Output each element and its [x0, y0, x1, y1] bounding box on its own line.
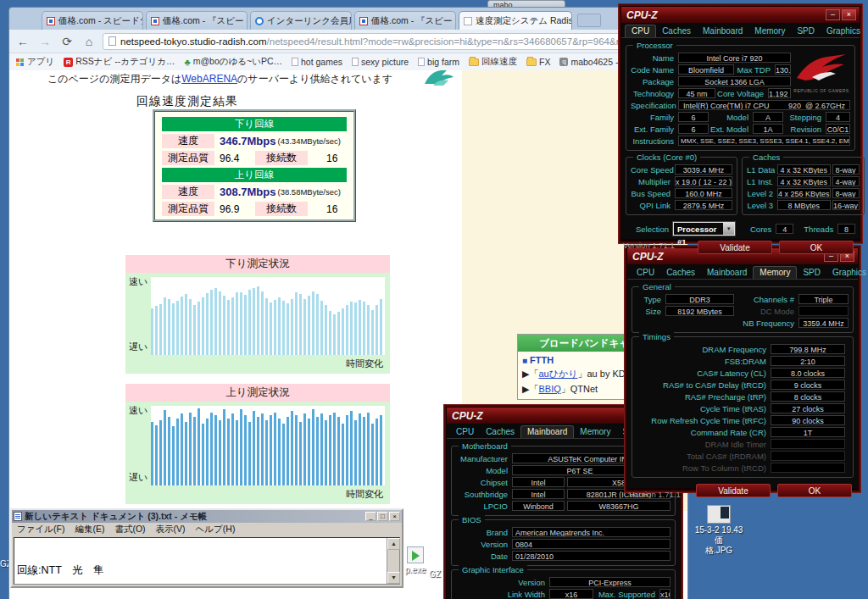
tab-graphics[interactable]: Graphics: [821, 25, 866, 37]
chart-bar: [223, 296, 225, 355]
cpuz-titlebar[interactable]: CPU-Z – ×: [621, 7, 860, 23]
forward-button[interactable]: →: [36, 35, 53, 48]
chart-bar: [176, 301, 179, 355]
bios-date-value: 01/28/2010: [512, 551, 670, 561]
bios-brand-value: American Megatrends Inc.: [512, 527, 670, 537]
url-host: netspeed-tokyo.studio-radish.com: [120, 36, 267, 47]
chart-bar: [342, 424, 344, 485]
chart-bar: [308, 296, 310, 355]
chart-bar: [206, 293, 209, 355]
scroll-down-icon[interactable]: ▼: [387, 572, 400, 584]
notepad-textarea[interactable]: 回線:NTT 光 隼 プロバイダ:ＺＯＯＴ ＮＥＸＴ 開通日:2015年(H27…: [14, 537, 400, 585]
tab-memory[interactable]: Memory: [748, 25, 791, 37]
notepad-titlebar[interactable]: 新しいテキスト ドキュメント (3).txt - メモ帳 _ □ ×: [12, 510, 402, 523]
notepad-scrollbar[interactable]: ▲ ▼: [387, 538, 399, 584]
chart-bar: [176, 419, 179, 485]
image-file-icon: [707, 505, 731, 524]
chart-bar: [151, 308, 153, 355]
tab-mainboard[interactable]: Mainboard: [697, 25, 748, 37]
chart-bar: [363, 417, 365, 485]
browser-tab-1[interactable]: 価格.com - スピードテスト(ネ ×: [42, 11, 143, 30]
validate-button[interactable]: Validate: [696, 484, 771, 497]
chart-bar: [189, 413, 192, 485]
chart-bar: [312, 291, 314, 355]
speed-label: 速度: [162, 134, 214, 148]
processor-selection-dropdown[interactable]: Processor #1 ▼: [673, 222, 735, 236]
validate-button[interactable]: Validate: [698, 241, 772, 254]
bookmark-mabo-pc[interactable]: ♣m@boのゆる~いPC…: [184, 56, 282, 68]
home-button[interactable]: ⌂: [81, 35, 97, 48]
bookmark-folder-kaisen[interactable]: 回線速度: [469, 56, 517, 68]
tab-graphics[interactable]: Graphics: [826, 267, 868, 279]
chart-bar: [299, 422, 302, 485]
apps-grid-icon: [16, 58, 19, 62]
chart-bar: [270, 415, 272, 485]
result-title: 回線速度測定結果: [9, 94, 365, 109]
close-button[interactable]: ×: [389, 512, 400, 521]
notepad-title: 新しいテキスト ドキュメント (3).txt - メモ帳: [25, 511, 364, 523]
tab-title: 価格.com - 『スピードが遅い: [371, 15, 456, 27]
timing-value: [771, 439, 845, 449]
timing-value: 9 clocks: [771, 380, 845, 390]
minimize-button[interactable]: _: [365, 512, 376, 521]
bookmark-apps[interactable]: アプリ: [16, 56, 54, 68]
minimize-button[interactable]: –: [826, 9, 840, 20]
menu-help[interactable]: ヘルプ(H): [196, 524, 236, 535]
desktop-icon-jpg[interactable]: 15-3-2 19.43価 格.JPG: [693, 505, 744, 556]
new-tab-button[interactable]: [577, 14, 601, 27]
ok-button[interactable]: OK: [777, 484, 852, 497]
tab-caches[interactable]: Caches: [660, 267, 701, 279]
bookmark-folder-fx[interactable]: FX: [526, 57, 550, 67]
browser-tab-2[interactable]: 価格.com - 『スピードが遅い ×: [146, 11, 248, 30]
browser-tab-4[interactable]: 価格.com - 『スピードが遅い ×: [354, 11, 456, 30]
chart-bar: [371, 310, 374, 355]
scroll-up-icon[interactable]: ▲: [387, 538, 400, 550]
menu-view[interactable]: 表示(V): [156, 524, 186, 535]
quality-label: 測定品質: [162, 151, 214, 165]
tab-caches[interactable]: Caches: [480, 426, 520, 438]
auhikari-link[interactable]: auひかり: [538, 369, 577, 379]
tab-title: 速度測定システム Radish N: [476, 15, 572, 27]
tab-mainboard[interactable]: Mainboard: [520, 425, 574, 438]
tab-spd[interactable]: SPD: [797, 267, 826, 279]
back-button[interactable]: ←: [14, 35, 31, 48]
chevron-down-icon[interactable]: ▼: [723, 223, 734, 235]
tab-cpu[interactable]: CPU: [625, 25, 656, 37]
tab-cpu[interactable]: CPU: [631, 267, 660, 279]
bookmark-rssnavi[interactable]: RRSSナビ --カテゴリカ…: [64, 56, 175, 68]
bookmark-sexy-picture[interactable]: sexy picture: [352, 57, 409, 67]
webarena-link[interactable]: WebARENA: [181, 73, 237, 85]
desktop-icon-gz-mid[interactable]: GZ: [429, 569, 441, 580]
download-chart: 下り測定状況 速い 遅い 時間変化: [125, 255, 390, 374]
bookmark-hot-games[interactable]: hot games: [292, 57, 342, 67]
ok-button[interactable]: OK: [779, 241, 854, 254]
address-bar[interactable]: netspeed-tokyo.studio-radish.com /netspe…: [103, 33, 682, 50]
chart-bar: [329, 311, 331, 355]
tab-caches[interactable]: Caches: [656, 25, 697, 37]
clover-icon: ♣: [184, 57, 190, 67]
browser-tab-5-active[interactable]: 速度測定システム Radish N ×: [459, 11, 572, 30]
menu-format[interactable]: 書式(O): [114, 524, 145, 535]
max-supported-value: x16: [659, 589, 670, 599]
chart-bar: [151, 422, 153, 485]
chart-bar: [371, 424, 374, 485]
y-axis-fast-label: 速い: [129, 404, 147, 417]
upload-speed-bytes: (38.58MByte/sec): [277, 187, 340, 197]
square-bullet-icon: ■: [522, 356, 527, 365]
bookmark-big-farm[interactable]: big farm: [418, 57, 459, 67]
browser-tab-3[interactable]: インターリンク会員用セルフサ ×: [250, 11, 352, 30]
tab-cpu[interactable]: CPU: [450, 426, 480, 438]
close-button[interactable]: ×: [842, 9, 856, 20]
bbiq-link[interactable]: BBIQ: [538, 384, 560, 394]
chart-bar: [155, 425, 158, 485]
menu-edit[interactable]: 編集(E): [75, 524, 104, 535]
reload-button[interactable]: ⟳: [58, 35, 75, 48]
tab-memory[interactable]: Memory: [753, 266, 797, 279]
tab-spd[interactable]: SPD: [791, 25, 821, 37]
tab-memory[interactable]: Memory: [574, 426, 616, 438]
menu-file[interactable]: ファイル(F): [17, 524, 64, 535]
upload-speed-value: 308.7Mbps: [220, 186, 275, 198]
y-axis-fast-label: 速い: [129, 275, 147, 288]
tab-mainboard[interactable]: Mainboard: [701, 267, 753, 279]
maximize-button[interactable]: □: [377, 512, 388, 521]
